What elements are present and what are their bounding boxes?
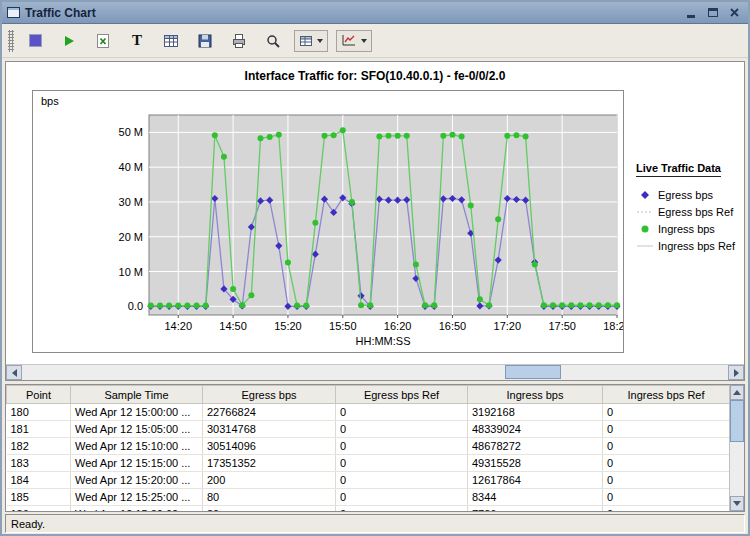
egress-marker-icon [636, 190, 654, 200]
legend-title: Live Traffic Data [636, 162, 721, 177]
minimize-icon [687, 15, 695, 18]
table-scroll-area: Point Sample Time Egress bps Egress bps … [6, 385, 729, 511]
minimize-button[interactable] [682, 5, 699, 20]
scroll-left-button[interactable] [6, 365, 22, 380]
window-icon [7, 7, 20, 18]
scroll-right-button[interactable] [728, 365, 744, 380]
legend-label: Ingress bps Ref [658, 240, 735, 252]
ingress-marker-icon [636, 224, 654, 234]
table-cell: 0 [336, 404, 468, 421]
close-button[interactable] [726, 5, 743, 20]
table-cell: 0 [336, 421, 468, 438]
svg-text:20 M: 20 M [119, 231, 143, 243]
play-icon [65, 36, 74, 46]
data-table-button[interactable] [158, 29, 184, 53]
chart-canvas[interactable]: 0.010 M20 M30 M40 M50 M14:2014:5015:2015… [32, 90, 624, 353]
data-table-icon [163, 34, 179, 48]
table-cell: 49315528 [468, 455, 603, 472]
column-header-sample-time[interactable]: Sample Time [71, 386, 203, 404]
table-cell: Wed Apr 12 15:15:00 ... [71, 455, 203, 472]
table-row[interactable]: 182Wed Apr 12 15:10:00 ...30514096048678… [7, 438, 730, 455]
table-cell: Wed Apr 12 15:10:00 ... [71, 438, 203, 455]
save-icon [197, 33, 213, 49]
legend-label: Ingress bps [658, 223, 715, 235]
hscrollbar-thumb[interactable] [505, 365, 561, 379]
table-header-row: Point Sample Time Egress bps Egress bps … [7, 386, 730, 404]
column-header-egress-bps-ref[interactable]: Egress bps Ref [336, 386, 468, 404]
svg-text:18:20: 18:20 [603, 320, 623, 332]
table-row[interactable]: 185Wed Apr 12 15:25:00 ...80083440 [7, 489, 730, 506]
vscrollbar-thumb[interactable] [730, 400, 744, 442]
svg-text:50 M: 50 M [119, 126, 143, 138]
table-cell: 183 [7, 455, 71, 472]
table-cell: 8344 [468, 489, 603, 506]
hscrollbar-track[interactable] [22, 365, 728, 380]
table-cell: Wed Apr 12 15:00:00 ... [71, 404, 203, 421]
color-swatch-button[interactable] [22, 29, 48, 53]
table-cell: 0 [603, 455, 730, 472]
chart-legend: Live Traffic Data Egress bps Egress bps … [636, 162, 744, 257]
table-body: 180Wed Apr 12 15:00:00 ...22766824031921… [7, 404, 730, 512]
printer-icon [231, 33, 247, 49]
table-row[interactable]: 180Wed Apr 12 15:00:00 ...22766824031921… [7, 404, 730, 421]
table-cell: 0 [603, 438, 730, 455]
table-row[interactable]: 181Wed Apr 12 15:05:00 ...30314768048339… [7, 421, 730, 438]
table-cell: 0 [336, 472, 468, 489]
table-cell: Wed Apr 12 15:20:00 ... [71, 472, 203, 489]
up-arrow-icon [733, 390, 741, 395]
svg-text:17:50: 17:50 [548, 320, 576, 332]
vscrollbar-track[interactable] [730, 400, 744, 496]
chart-viewport: Interface Traffic for: SFO(10.40.0.1) - … [6, 62, 744, 364]
table-cell: 184 [7, 472, 71, 489]
zoom-button[interactable] [260, 29, 286, 53]
titlebar[interactable]: Traffic Chart [2, 2, 748, 24]
table-cell: 22766824 [203, 404, 336, 421]
toolbar-grip-handle[interactable] [8, 30, 14, 52]
table-cell: 17351352 [203, 455, 336, 472]
svg-text:16:50: 16:50 [439, 320, 467, 332]
column-header-point[interactable]: Point [7, 386, 71, 404]
chart-scrollpane: Interface Traffic for: SFO(10.40.0.1) - … [5, 61, 745, 381]
svg-text:40 M: 40 M [119, 161, 143, 173]
print-button[interactable] [226, 29, 252, 53]
svg-text:10 M: 10 M [119, 266, 143, 278]
maximize-icon [708, 8, 718, 17]
table-cell: 0 [603, 472, 730, 489]
vertical-scrollbar[interactable] [729, 385, 744, 511]
table-row[interactable]: 186Wed Apr 12 15:30:00 ...80077360 [7, 506, 730, 512]
table-view-icon [299, 35, 313, 47]
column-header-egress-bps[interactable]: Egress bps [203, 386, 336, 404]
legend-item-egress: Egress bps [636, 189, 744, 201]
dropdown-arrow-icon [361, 39, 367, 43]
export-excel-button[interactable] [90, 29, 116, 53]
start-button[interactable] [56, 29, 82, 53]
scroll-up-button[interactable] [730, 385, 744, 400]
zoom-icon [265, 33, 281, 49]
left-arrow-icon [12, 369, 17, 377]
table-row[interactable]: 184Wed Apr 12 15:20:00 ...2000126178640 [7, 472, 730, 489]
edit-title-button[interactable]: T [124, 29, 150, 53]
table-cell: 0 [603, 489, 730, 506]
table-cell: 48339024 [468, 421, 603, 438]
scroll-down-button[interactable] [730, 496, 744, 511]
svg-text:16:20: 16:20 [384, 320, 412, 332]
table-view-dropdown-button[interactable] [294, 30, 328, 52]
traffic-chart-window: Traffic Chart T [0, 0, 750, 536]
column-header-ingress-bps[interactable]: Ingress bps [468, 386, 603, 404]
chart-type-dropdown-button[interactable] [336, 30, 372, 52]
save-button[interactable] [192, 29, 218, 53]
chart-title: Interface Traffic for: SFO(10.40.0.1) - … [6, 69, 744, 83]
table-cell: 0 [336, 455, 468, 472]
table-row[interactable]: 183Wed Apr 12 15:15:00 ...17351352049315… [7, 455, 730, 472]
table-cell: 186 [7, 506, 71, 512]
column-header-ingress-bps-ref[interactable]: Ingress bps Ref [603, 386, 730, 404]
maximize-button[interactable] [704, 5, 721, 20]
close-icon [730, 8, 739, 17]
table-cell: 0 [336, 489, 468, 506]
horizontal-scrollbar[interactable] [6, 364, 744, 380]
svg-text:14:50: 14:50 [219, 320, 247, 332]
table-cell: 0 [336, 506, 468, 512]
table-cell: 0 [603, 421, 730, 438]
table-cell: Wed Apr 12 15:05:00 ... [71, 421, 203, 438]
export-excel-icon [95, 33, 111, 49]
